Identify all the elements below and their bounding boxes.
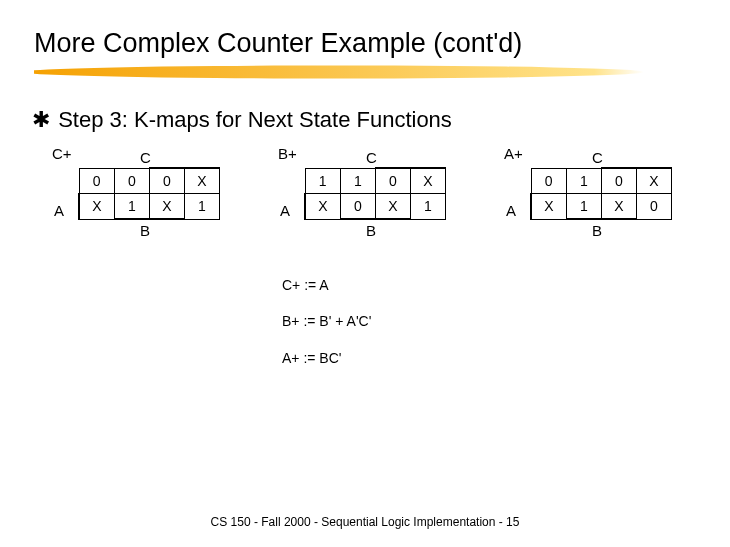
kmap-top-label: C	[592, 149, 603, 166]
kmap-owner-label: B+	[278, 145, 297, 162]
kmap-bottom-label: B	[592, 222, 602, 239]
kmap-cell: X	[637, 168, 672, 194]
kmap-cell: X	[305, 194, 341, 220]
kmap-cell: 1	[567, 168, 602, 194]
kmap-cell: 0	[150, 168, 185, 194]
kmap-cell: X	[376, 194, 411, 220]
kmap-cell: 1	[341, 168, 376, 194]
kmap-cell: X	[602, 194, 637, 220]
page-title: More Complex Counter Example (cont'd)	[0, 0, 730, 63]
kmap-left-label: A	[280, 202, 290, 219]
kmap-owner-label: C+	[52, 145, 72, 162]
kmap-cell: 0	[376, 168, 411, 194]
kmap-cell: 1	[185, 194, 220, 220]
kmap-table: 1 1 0 X X 0 X 1	[304, 167, 446, 220]
kmap-top-label: C	[366, 149, 377, 166]
kmap-top-label: C	[140, 149, 151, 166]
kmap-cell: 0	[602, 168, 637, 194]
kmap-cell: 0	[531, 168, 567, 194]
kmap-cell: X	[79, 194, 115, 220]
kmap-cell: 1	[305, 168, 341, 194]
bullet-icon: ✱	[32, 107, 50, 132]
kmap-cell: 0	[341, 194, 376, 220]
kmap-cell: X	[185, 168, 220, 194]
slide-footer: CS 150 - Fall 2000 - Sequential Logic Im…	[0, 515, 730, 529]
kmap-cell: X	[531, 194, 567, 220]
kmap-bottom-label: B	[140, 222, 150, 239]
kmap-cell: 0	[79, 168, 115, 194]
equations-block: C+ := A B+ := B' + A'C' A+ := BC'	[0, 267, 730, 376]
kmap-left-label: A	[506, 202, 516, 219]
kmap-cell: 1	[567, 194, 602, 220]
step-bullet: ✱ Step 3: K-maps for Next State Function…	[32, 107, 730, 133]
kmap-cell: 1	[411, 194, 446, 220]
bullet-text: Step 3: K-maps for Next State Functions	[58, 107, 452, 132]
title-underline	[34, 65, 644, 79]
kmap-cell: X	[150, 194, 185, 220]
kmap-table: 0 0 0 X X 1 X 1	[78, 167, 220, 220]
kmap-left-label: A	[54, 202, 64, 219]
kmap-table: 0 1 0 X X 1 X 0	[530, 167, 672, 220]
kmap-owner-label: A+	[504, 145, 523, 162]
kmap-cell: X	[411, 168, 446, 194]
kmap-cell: 1	[115, 194, 150, 220]
kmap-bottom-label: B	[366, 222, 376, 239]
equation-b: B+ := B' + A'C'	[282, 303, 730, 339]
equation-c: C+ := A	[282, 267, 730, 303]
kmap-cell: 0	[115, 168, 150, 194]
kmap-cell: 0	[637, 194, 672, 220]
svg-point-0	[34, 66, 644, 79]
equation-a: A+ := BC'	[282, 340, 730, 376]
